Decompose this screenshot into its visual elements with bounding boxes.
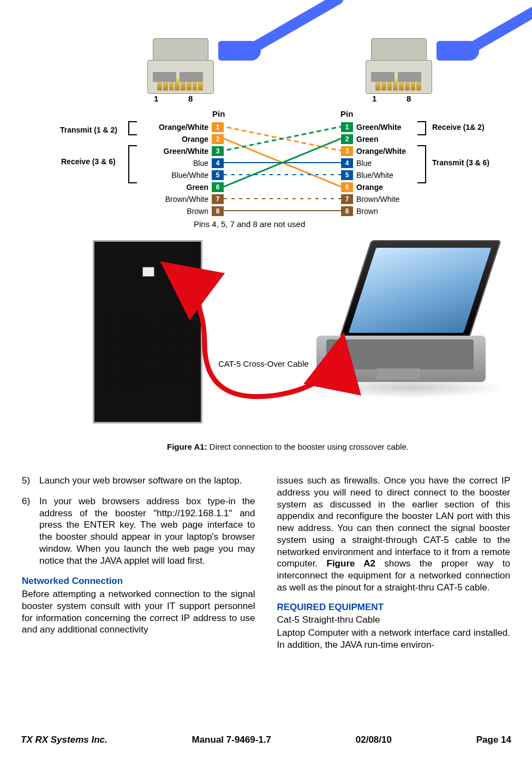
pin-1-label: 1 bbox=[154, 94, 158, 103]
pin-row: 2Green bbox=[341, 133, 450, 145]
pin-row: Orange2 bbox=[136, 133, 224, 145]
receive-left-label: Receive (3 & 6) bbox=[61, 157, 116, 166]
pin-wire-label: Green bbox=[356, 135, 378, 144]
pin-wire-label: Blue bbox=[193, 159, 208, 168]
pin-row: 1Green/White bbox=[341, 121, 450, 133]
pin-wire-label: Orange bbox=[356, 183, 383, 192]
pins-not-used-note: Pins 4, 5, 7 and 8 are not used bbox=[194, 219, 305, 229]
pin-wire-label: Brown/White bbox=[356, 195, 399, 204]
pin-row: Brown/White7 bbox=[136, 193, 224, 205]
pin-wire-label: Orange/White bbox=[159, 123, 208, 132]
pin-number-box: 8 bbox=[212, 206, 224, 216]
pin-wire-label: Brown bbox=[356, 207, 378, 216]
pin-row: 4Blue bbox=[341, 157, 450, 169]
pin-wire-label: Blue bbox=[356, 159, 372, 168]
footer-company: TX RX Systems Inc. bbox=[21, 735, 107, 745]
pin-wire-label: Brown bbox=[187, 207, 208, 216]
pin-number-box: 3 bbox=[212, 146, 224, 156]
pin-wire-label: Brown/White bbox=[165, 195, 208, 204]
pin-wire-label: Orange bbox=[182, 135, 208, 144]
connection-illustration: CAT-5 Cross-Over Cable bbox=[76, 240, 499, 426]
pin-number-box: 6 bbox=[212, 182, 224, 192]
pin-row: Orange/White1 bbox=[136, 121, 224, 133]
body-text: 5) Launch your web browser software on t… bbox=[22, 475, 510, 709]
pin-row: 8Brown bbox=[341, 205, 450, 217]
pin-row: Green/White3 bbox=[136, 145, 224, 157]
pin-wire-label: Green/White bbox=[356, 123, 401, 132]
crossover-diagram: 1 8 1 8 Pin Pin Transmit (1 & 2) Receive… bbox=[22, 11, 510, 458]
footer-date: 02/08/10 bbox=[356, 735, 392, 745]
pin-wire-label: Green/White bbox=[164, 147, 208, 156]
list-item: 6) In your web browsers address box type… bbox=[22, 496, 255, 567]
pin-row: 7Brown/White bbox=[341, 193, 450, 205]
pin-row: 3Orange/White bbox=[341, 145, 450, 157]
subhead-networked: Networked Connection bbox=[22, 575, 255, 587]
cat5-cable-label: CAT-5 Cross-Over Cable bbox=[218, 359, 309, 368]
pin-number-box: 6 bbox=[341, 182, 353, 192]
list-item: 5) Launch your web browser software on t… bbox=[22, 475, 255, 487]
crossover-lines bbox=[224, 121, 341, 218]
pin-number-box: 5 bbox=[341, 170, 353, 180]
pin-number-box: 8 bbox=[341, 206, 353, 216]
footer-page: Page 14 bbox=[476, 735, 511, 745]
pin-number-box: 2 bbox=[212, 134, 224, 144]
pin-header-left: Pin bbox=[212, 109, 225, 118]
pin-wire-label: Green bbox=[187, 183, 208, 192]
pin-row: Blue/White5 bbox=[136, 169, 224, 181]
pin-number-box: 3 bbox=[341, 146, 353, 156]
pin-number-box: 4 bbox=[212, 158, 224, 168]
pin-row: Green6 bbox=[136, 181, 224, 193]
pin-number-box: 1 bbox=[341, 122, 353, 132]
subhead-required: REQUIRED EQUIPMENT bbox=[277, 601, 511, 613]
pin-wire-label: Blue/White bbox=[171, 171, 208, 180]
pin-number-box: 5 bbox=[212, 170, 224, 180]
pin-row: 5Blue/White bbox=[341, 169, 450, 181]
pin-number-box: 4 bbox=[341, 158, 353, 168]
rj45-connector-right: 1 8 bbox=[355, 11, 480, 98]
pin-number-box: 7 bbox=[212, 194, 224, 204]
transmit-left-label: Transmit (1 & 2) bbox=[60, 126, 117, 134]
pin-number-box: 2 bbox=[341, 134, 353, 144]
pin-number-box: 7 bbox=[341, 194, 353, 204]
pin-row: 6Orange bbox=[341, 181, 450, 193]
rj45-connector-left: 1 8 bbox=[136, 11, 262, 98]
pin-row: Blue4 bbox=[136, 157, 224, 169]
pin-header-right: Pin bbox=[340, 109, 353, 118]
page-footer: TX RX Systems Inc. Manual 7-9469-1.7 02/… bbox=[21, 735, 511, 745]
pin-number-box: 1 bbox=[212, 122, 224, 132]
pin-8-label: 8 bbox=[407, 94, 411, 103]
footer-manual: Manual 7-9469-1.7 bbox=[192, 735, 272, 745]
pin-wire-label: Orange/White bbox=[356, 147, 406, 156]
pin-row: Brown8 bbox=[136, 205, 224, 217]
figure-caption: Figure A1: Direct connection to the boos… bbox=[22, 442, 532, 451]
pin-8-label: 8 bbox=[188, 94, 193, 103]
pin-1-label: 1 bbox=[372, 94, 376, 103]
pin-wire-label: Blue/White bbox=[356, 171, 393, 180]
